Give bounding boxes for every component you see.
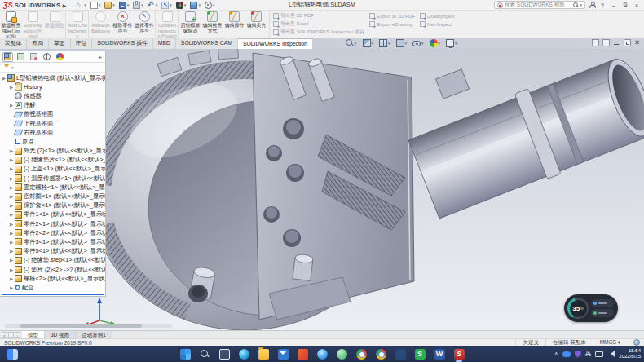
document-tab[interactable]: 模型 <box>22 331 45 338</box>
dropdown-caret-icon[interactable]: ▾ <box>170 2 172 7</box>
tree-item[interactable]: ▶ 上视基准面 <box>0 119 105 128</box>
taskbar-app-button[interactable] <box>355 347 368 360</box>
taskbar-app-button[interactable] <box>258 347 270 360</box>
view-tool-button[interactable]: ▾ <box>363 39 374 47</box>
help-button[interactable]: ? <box>598 1 607 9</box>
panel-tab[interactable] <box>29 52 39 62</box>
quick-access-button[interactable]: ▾ <box>76 2 86 9</box>
search-input[interactable]: 搜索 SOLIDWORKS 帮助 ▾ <box>494 1 585 9</box>
tree-item[interactable]: ▶ 固定螺栓<1> (默认<<默认>_显示 <box>0 183 105 192</box>
tab-scroll-prev-icon[interactable]: ‹ <box>8 332 14 338</box>
solidworks-logo[interactable]: ƷS SOLIDWORKS ▶ <box>0 1 69 9</box>
ribbon-button[interactable]: 编辑操作 <box>223 11 245 38</box>
doc-minimize-icon[interactable] <box>613 39 620 46</box>
taskbar-app-button[interactable] <box>395 347 407 360</box>
quick-access-button[interactable]: ▾ <box>148 2 158 9</box>
dropdown-caret-icon[interactable]: ▾ <box>421 41 424 46</box>
tree-item[interactable]: ▶ 配合 <box>0 283 105 292</box>
ribbon-button[interactable]: 新建报告 <box>44 11 66 38</box>
ribbon-button[interactable]: 编辑卖方 <box>245 11 267 38</box>
quick-access-button[interactable]: ▾ <box>133 2 143 9</box>
ribbon-tab[interactable]: SOLIDWORKS CAM <box>176 38 238 49</box>
touch-keyboard-icon[interactable] <box>595 351 603 357</box>
ribbon-tab[interactable]: SOLIDWORKS 插件 <box>92 38 153 49</box>
user-account-icon[interactable] <box>589 2 595 8</box>
graphics-area[interactable]: ·▸ ▾ ▶ L型铝轴热电偶 (默认<默认_显示状态-1> ▶ <box>0 49 644 330</box>
quick-access-button[interactable]: ▾ <box>161 2 172 9</box>
quick-access-button[interactable]: ▾ <box>176 2 187 9</box>
zoom-percent-dial[interactable]: 35% <box>567 298 589 319</box>
menu-expand-icon[interactable]: ▶ <box>63 2 67 8</box>
widgets-icon[interactable] <box>7 349 18 360</box>
ribbon-button[interactable]: Update Inspection Project <box>157 11 179 38</box>
tree-item[interactable]: ▶ 零件1<1> (默认<<默认>_显示状态 <box>0 210 105 219</box>
dropdown-caret-icon[interactable]: ▾ <box>112 2 115 7</box>
taskbar-app-button[interactable] <box>297 347 309 360</box>
tree-item[interactable]: ▶ 密封圈<1> (默认<<默认>_显示状 <box>0 192 105 201</box>
scrollbar-thumb[interactable] <box>20 324 142 328</box>
minimize-button[interactable]: – <box>610 1 618 9</box>
ribbon-tab[interactable]: 装配体 <box>0 38 27 49</box>
doc-restore-icon[interactable] <box>624 39 631 46</box>
ribbon-button[interactable]: 移除零件序号 <box>112 11 134 38</box>
taskbar-app-button[interactable] <box>218 347 231 360</box>
tag-icon[interactable] <box>633 339 640 346</box>
ribbon-tab[interactable]: 布局 <box>27 38 49 49</box>
search-icon[interactable] <box>573 2 578 7</box>
taskbar-app-button[interactable] <box>277 347 289 360</box>
dropdown-caret-icon[interactable]: ▾ <box>156 2 158 7</box>
quick-access-button[interactable]: ▾ <box>190 2 201 9</box>
view-tool-button[interactable]: ▾ <box>430 39 441 47</box>
quick-access-button[interactable]: ▾ <box>205 2 215 9</box>
panel-tab[interactable] <box>42 52 52 62</box>
dropdown-caret-icon[interactable]: ▾ <box>99 2 101 7</box>
dropdown-caret-icon[interactable]: ▾ <box>405 41 408 46</box>
tree-item[interactable]: ▶ 零件2<1> (默认<<默认>_显示状 <box>0 219 105 228</box>
tree-item[interactable]: ▶ 零件2<2> (默认<<默认>_显示状 <box>0 228 105 237</box>
ribbon-tab[interactable]: MBD <box>153 38 176 49</box>
document-tab[interactable]: 运动算例1 <box>76 331 112 338</box>
zoom-overlay-widget[interactable]: 35% <box>564 294 618 322</box>
taskbar-app-button[interactable]: S <box>453 347 465 360</box>
tree-item[interactable]: ▶ 前视基准面 <box>0 110 105 119</box>
tree-item[interactable]: ▶ 零件3<1> (默认<<默认>_显示状态 <box>0 237 105 246</box>
search-dropdown-icon[interactable]: ▾ <box>580 2 582 7</box>
tray-expand-icon[interactable]: ∧ <box>554 351 558 357</box>
taskbar-app-button[interactable] <box>316 347 329 360</box>
tab-scroll-buttons[interactable]: « ‹ › <box>0 331 22 338</box>
horizontal-scrollbar[interactable] <box>5 324 172 328</box>
tree-item[interactable]: ▶ (-) 温度传感器<1> (默认<<默认> <box>0 174 105 183</box>
dropdown-caret-icon[interactable]: ▾ <box>141 2 143 7</box>
dropdown-caret-icon[interactable]: ▾ <box>84 2 86 7</box>
ribbon-button[interactable]: Add Characteristic <box>67 11 89 38</box>
export-menu-item[interactable]: 导出至 SOLIDWORKS Inspection 项目 <box>273 29 364 36</box>
dropdown-caret-icon[interactable]: ▾ <box>439 41 441 46</box>
ribbon-button[interactable]: Add/Edit Balloons <box>90 11 112 38</box>
export-menu-item[interactable]: Net-Inspect <box>420 20 454 28</box>
view-tool-button[interactable]: ▾ <box>346 39 357 47</box>
restore-button[interactable]: ⧉ <box>621 1 629 9</box>
dropdown-caret-icon[interactable]: ▾ <box>213 2 215 7</box>
tab-scroll-first-icon[interactable]: « <box>2 332 7 338</box>
document-tab[interactable]: 3D 视图 <box>45 331 76 338</box>
tree-item[interactable]: ▶ 右视基准面 <box>0 128 105 137</box>
panel-tab[interactable] <box>2 52 13 62</box>
dropdown-caret-icon[interactable]: ▾ <box>355 41 357 46</box>
onedrive-icon[interactable] <box>562 351 571 357</box>
tree-item[interactable]: ▶ 螺栓<2> (默认<<默认>_显示状态 <box>0 274 105 283</box>
ribbon-button[interactable]: 选择零件序号 <box>134 11 156 38</box>
tree-root[interactable]: ▶ L型铝轴热电偶 (默认<默认_显示状态-1> <box>0 73 105 82</box>
tree-item[interactable]: ▶ (-) 绝缘垫.step<1> (默认<<默认> <box>0 256 105 265</box>
tree-item[interactable]: ▶ 零件5<1> (默认<<默认>_显示状态 <box>0 247 105 256</box>
taskbar-app-button[interactable] <box>199 347 211 360</box>
tree-item[interactable]: ▶ (-) 上盖<1> (默认<<默认>_显示状 <box>0 165 105 174</box>
dropdown-caret-icon[interactable]: ▾ <box>455 41 457 46</box>
ribbon-tab[interactable]: 草图 <box>49 38 71 49</box>
view-tool-button[interactable]: ▾ <box>396 39 408 47</box>
tree-item[interactable]: ▶ (-) 绝缘垫片<1> (默认<<默认>_显 <box>0 156 105 165</box>
overlay-row-1[interactable] <box>591 299 614 307</box>
quick-access-button[interactable]: ▾ <box>119 2 130 9</box>
ribbon-button[interactable]: 新建检查项目(.imp;%) <box>0 11 22 38</box>
export-menu-item[interactable]: 导出至 Excel <box>273 20 364 28</box>
tree-filter[interactable]: ▾ <box>0 63 105 73</box>
